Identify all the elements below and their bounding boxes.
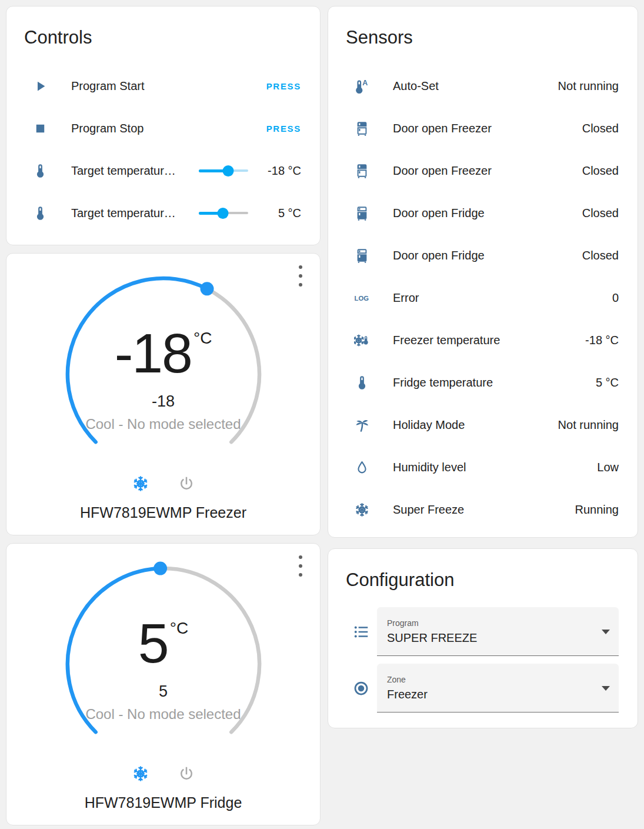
row-value: 5 °C <box>596 376 619 389</box>
row-value: Closed <box>582 207 619 220</box>
chevron-down-icon <box>602 686 610 691</box>
thermometer-icon <box>32 163 48 179</box>
fridge-name: HFW7819EWMP Fridge <box>6 794 320 825</box>
row-label: Freezer temperature <box>393 334 585 347</box>
fridge-status: Cool - No mode selected <box>61 706 266 723</box>
target-temp-freezer-slider[interactable] <box>199 164 248 177</box>
row-label: Door open Freezer <box>393 122 582 135</box>
more-options-icon[interactable] <box>294 555 307 577</box>
row-value: Not running <box>558 79 619 93</box>
fridge-dial[interactable]: 5 °C 5 Cool - No mode selected <box>61 561 266 767</box>
row-target-temp-fridge[interactable]: Target temperatur… 5 °C <box>6 192 320 234</box>
chevron-down-icon <box>602 630 610 634</box>
configuration-card-title: Configuration <box>346 569 620 591</box>
controls-card-title: Controls <box>24 26 302 48</box>
row-program-start[interactable]: Program Start PRESS <box>6 65 320 107</box>
row-value: Low <box>597 461 619 474</box>
fridge-thermostat-card: 5 °C 5 Cool - No mode selected HFW7819EW… <box>6 543 321 825</box>
sensors-card: Sensors A Auto-Set Not running <box>328 6 638 538</box>
fridge-current-temp: 5 <box>61 682 266 701</box>
stop-icon <box>32 121 48 136</box>
power-mode-icon[interactable] <box>178 765 195 783</box>
row-value: Closed <box>582 164 619 178</box>
dial-handle[interactable] <box>154 562 167 575</box>
freezer-status: Cool - No mode selected <box>61 416 266 432</box>
slider-value: 5 °C <box>258 207 301 220</box>
configuration-card: Configuration Program SUPER FREEZE <box>328 548 638 728</box>
row-program-stop[interactable]: Program Stop PRESS <box>6 107 320 149</box>
row-label: Door open Freezer <box>393 164 582 178</box>
target-temp-unit: °C <box>193 330 212 347</box>
row-value: Running <box>575 503 619 517</box>
slider-thumb[interactable] <box>218 208 229 219</box>
water-drop-icon <box>354 460 370 475</box>
fridge-bottom-open-icon <box>354 163 370 179</box>
program-stop-press-button[interactable]: PRESS <box>266 124 301 134</box>
power-mode-icon[interactable] <box>178 475 195 492</box>
program-start-press-button[interactable]: PRESS <box>266 81 301 91</box>
row-door-open-fridge-2[interactable]: Door open Fridge Closed <box>328 234 638 277</box>
freezer-target-temp: -18 °C <box>61 325 266 381</box>
row-value: Closed <box>582 249 619 262</box>
controls-card: Controls Program Start PRESS Program Sto… <box>6 6 321 245</box>
slider-value: -18 °C <box>258 164 301 178</box>
row-label: Target temperatur… <box>71 164 194 178</box>
dashboard: Controls Program Start PRESS Program Sto… <box>0 0 644 829</box>
row-holiday-mode[interactable]: Holiday Mode Not running <box>328 404 638 446</box>
fridge-bottom-open-icon <box>354 121 370 136</box>
target-temp-number: 5 <box>138 615 168 671</box>
thermometer-icon <box>32 205 48 221</box>
row-door-open-freezer-2[interactable]: Door open Freezer Closed <box>328 149 638 192</box>
row-label: Fridge temperature <box>393 376 596 389</box>
row-door-open-freezer-1[interactable]: Door open Freezer Closed <box>328 107 638 149</box>
log-icon: LOG <box>354 290 370 306</box>
thermometer-icon <box>354 375 370 391</box>
sensors-rows: A Auto-Set Not running Door open Freezer… <box>328 65 638 537</box>
left-column: Controls Program Start PRESS Program Sto… <box>6 6 321 825</box>
row-label: Program Stop <box>71 122 266 135</box>
config-row-program: Program SUPER FREEZE <box>352 607 619 656</box>
row-door-open-fridge-1[interactable]: Door open Fridge Closed <box>328 192 638 234</box>
snowflake-thermometer-icon <box>354 332 370 348</box>
program-select-value: SUPER FREEZE <box>387 631 595 645</box>
row-super-freeze[interactable]: Super Freeze Running <box>328 488 638 531</box>
thermometer-auto-icon: A <box>354 78 370 94</box>
row-label: Humidity level <box>393 461 597 474</box>
row-value: Not running <box>558 418 619 432</box>
freezer-name: HFW7819EWMP Freezer <box>6 504 320 535</box>
snowflake-icon <box>354 502 370 518</box>
row-humidity-level[interactable]: Humidity level Low <box>328 446 638 488</box>
row-target-temp-freezer[interactable]: Target temperatur… -18 °C <box>6 149 320 192</box>
row-value: -18 °C <box>585 334 619 347</box>
program-select[interactable]: Program SUPER FREEZE <box>377 607 619 656</box>
slider-thumb[interactable] <box>223 165 234 177</box>
freezer-dial[interactable]: -18 °C -18 Cool - No mode selected <box>61 271 266 477</box>
snowflake-mode-icon[interactable] <box>132 475 149 492</box>
dial-handle[interactable] <box>200 282 213 295</box>
target-temp-fridge-slider[interactable] <box>199 207 248 219</box>
snowflake-mode-icon[interactable] <box>132 765 149 783</box>
row-value: Closed <box>582 122 619 135</box>
config-row-zone: Zone Freezer <box>352 664 619 713</box>
row-fridge-temperature[interactable]: Fridge temperature 5 °C <box>328 361 638 404</box>
row-label: Target temperatur… <box>71 207 194 220</box>
list-icon <box>352 623 370 641</box>
zone-select-value: Freezer <box>387 688 595 701</box>
row-label: Error <box>393 291 612 305</box>
row-auto-set[interactable]: A Auto-Set Not running <box>328 65 638 107</box>
row-label: Door open Fridge <box>393 207 582 220</box>
zone-select-label: Zone <box>387 675 595 684</box>
row-label: Holiday Mode <box>393 418 558 432</box>
target-temp-unit: °C <box>170 620 188 637</box>
target-temp-number: -18 <box>115 325 192 381</box>
row-freezer-temperature[interactable]: Freezer temperature -18 °C <box>328 319 638 361</box>
fridge-top-open-icon <box>354 205 370 221</box>
freezer-current-temp: -18 <box>61 392 266 411</box>
row-label: Auto-Set <box>393 79 558 93</box>
play-icon <box>32 78 48 94</box>
palm-tree-icon <box>354 417 370 433</box>
zone-select[interactable]: Zone Freezer <box>377 664 619 713</box>
more-options-icon[interactable] <box>294 265 307 287</box>
row-label: Super Freeze <box>393 503 575 517</box>
row-error[interactable]: LOG Error 0 <box>328 277 638 319</box>
